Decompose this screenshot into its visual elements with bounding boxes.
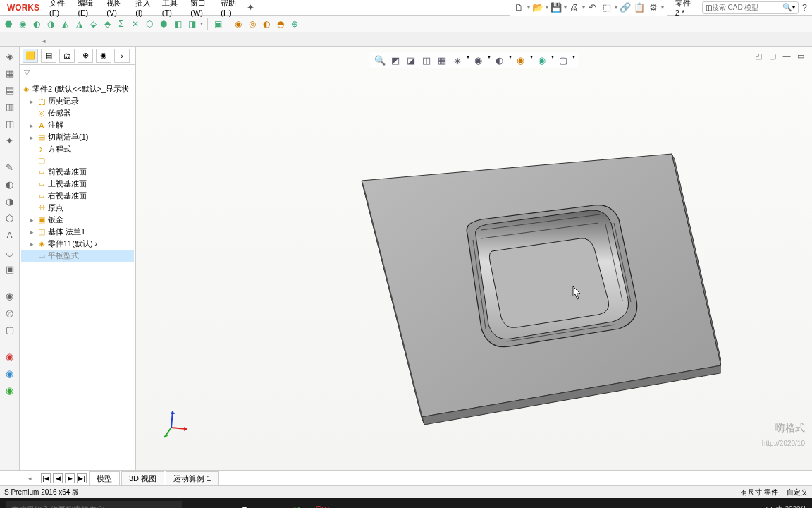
- rail-icon[interactable]: ▥: [4, 100, 16, 113]
- feature-icon[interactable]: ◎: [247, 18, 258, 30]
- view-orient-icon[interactable]: ▦: [436, 54, 448, 66]
- hide-show-icon[interactable]: ◉: [472, 54, 485, 66]
- tree-tab-dim[interactable]: ⊕: [78, 49, 93, 63]
- search-input[interactable]: [712, 4, 782, 11]
- tab-nav-next[interactable]: ▶: [65, 473, 75, 483]
- feature-icon[interactable]: ◉: [233, 18, 244, 30]
- rail-icon[interactable]: ◉: [4, 289, 16, 302]
- zoom-area-icon[interactable]: ◩: [389, 54, 402, 66]
- rail-icon[interactable]: ▦: [4, 66, 16, 79]
- tab-nav-prev[interactable]: ◀: [53, 473, 63, 483]
- solidworks-icon[interactable]: Sw: [310, 500, 334, 508]
- feature-icon[interactable]: ⊕: [289, 18, 300, 30]
- tree-item[interactable]: ▸🕮历史记录: [21, 95, 134, 107]
- tree-tab-feature[interactable]: 🟨: [23, 49, 38, 63]
- wechat-icon[interactable]: ◉: [285, 500, 309, 508]
- feature-icon[interactable]: ◑: [45, 18, 56, 30]
- tab-motion[interactable]: 运动算例 1: [166, 471, 219, 485]
- display-style-icon[interactable]: ◈: [451, 54, 464, 66]
- tree-item[interactable]: ◎传感器: [21, 107, 134, 119]
- cortana-icon[interactable]: ○: [183, 500, 207, 508]
- app-icon[interactable]: ◧: [234, 500, 258, 508]
- search-box[interactable]: ◫ 🔍▾: [702, 1, 799, 14]
- tree-root[interactable]: ◈零件2 (默认<<默认>_显示状: [21, 83, 134, 95]
- feature-tree[interactable]: ◈零件2 (默认<<默认>_显示状 ▸🕮历史记录 ◎传感器 ▸A注解 ▸▤切割清…: [20, 80, 135, 470]
- menu-window[interactable]: 窗口(W): [186, 0, 215, 18]
- rail-icon[interactable]: ▢: [4, 323, 16, 336]
- win-close-icon[interactable]: ▭: [795, 51, 806, 61]
- menu-insert[interactable]: 插入(I): [131, 0, 156, 18]
- setting-icon[interactable]: ▢: [557, 54, 570, 66]
- menu-file[interactable]: 文件(F): [45, 0, 72, 18]
- feature-icon[interactable]: ◨: [186, 18, 197, 30]
- render-icon[interactable]: ◉: [536, 54, 548, 66]
- rail-icon[interactable]: ✎: [4, 161, 16, 174]
- tree-item[interactable]: ⁜原点: [21, 202, 134, 214]
- tree-item-selected[interactable]: ▭平板型式: [21, 250, 134, 262]
- zoom-fit-icon[interactable]: 🔍: [374, 54, 386, 66]
- taskbar-search[interactable]: [6, 501, 182, 508]
- app-icon[interactable]: ●: [259, 500, 283, 508]
- feature-icon[interactable]: ⬡: [144, 18, 155, 30]
- win-min-icon[interactable]: —: [781, 51, 792, 61]
- tree-tab-config[interactable]: 🗂: [59, 49, 75, 63]
- feature-icon[interactable]: ⬘: [102, 18, 113, 30]
- system-tray[interactable]: ⋁ 中 2020/1: [766, 504, 806, 508]
- feature-icon[interactable]: ◭: [59, 18, 70, 30]
- feature-icon[interactable]: ✕: [130, 18, 141, 30]
- feature-icon[interactable]: ⬙: [87, 18, 99, 30]
- taskview-icon[interactable]: ▭: [209, 500, 233, 508]
- rail-icon[interactable]: ◉: [4, 350, 16, 363]
- appearance-icon[interactable]: ◉: [515, 54, 527, 66]
- feature-icon[interactable]: ⬢: [158, 18, 169, 30]
- options-icon[interactable]: 📋: [633, 1, 646, 13]
- rail-icon[interactable]: ◉: [4, 367, 16, 380]
- section-icon[interactable]: ◫: [420, 54, 433, 66]
- rail-icon[interactable]: A: [4, 229, 16, 241]
- menu-tools[interactable]: 工具(T): [158, 0, 185, 18]
- search-icon[interactable]: 🔍: [782, 3, 792, 12]
- tab-model[interactable]: 模型: [89, 471, 120, 485]
- feature-icon[interactable]: ◧: [172, 18, 183, 30]
- feature-icon[interactable]: ◐: [261, 18, 272, 30]
- scene-icon[interactable]: ◐: [493, 54, 506, 66]
- tree-item[interactable]: ▸◫基体 法兰1: [21, 226, 134, 238]
- tree-tab-more[interactable]: ›: [114, 49, 130, 63]
- tab-nav-last[interactable]: ▶|: [77, 473, 87, 483]
- rail-icon[interactable]: ◈: [4, 49, 16, 62]
- feature-icon[interactable]: ▣: [212, 18, 223, 30]
- rail-icon[interactable]: ◎: [4, 306, 16, 319]
- select-icon[interactable]: ⬚: [601, 1, 613, 13]
- feature-icon[interactable]: ⬣: [3, 18, 14, 30]
- graphics-viewport[interactable]: ◰ ▢ — ▭ 🔍 ◩ ◪ ◫ ▦ ◈▾ ◉▾ ◐▾ ◉▾ ◉▾ ▢▾: [136, 47, 812, 470]
- tab-nav-first[interactable]: |◀: [41, 473, 51, 483]
- tree-item[interactable]: Σ方程式: [21, 143, 134, 155]
- rail-icon[interactable]: ▣: [4, 262, 16, 275]
- rail-icon[interactable]: ⬡: [4, 212, 16, 224]
- menu-edit[interactable]: 编辑(E): [73, 0, 101, 18]
- orientation-triad[interactable]: [157, 406, 192, 442]
- tree-item[interactable]: ▸▣钣金: [21, 214, 134, 226]
- tree-tab-display[interactable]: ◉: [96, 49, 111, 63]
- menu-view[interactable]: 视图(V): [102, 0, 130, 18]
- menu-help[interactable]: 帮助(H): [216, 0, 244, 18]
- win-restore-icon[interactable]: ◰: [753, 51, 764, 61]
- feature-icon[interactable]: Σ: [116, 18, 127, 30]
- help-icon[interactable]: ?: [800, 1, 809, 14]
- tray-icon[interactable]: ⋁: [766, 506, 772, 509]
- tab-3dview[interactable]: 3D 视图: [121, 471, 164, 485]
- rail-icon[interactable]: ◡: [4, 246, 16, 258]
- tree-item[interactable]: ▸▤切割清单(1): [21, 131, 134, 143]
- tree-tab-property[interactable]: ▤: [41, 49, 56, 63]
- pin-icon[interactable]: ✦: [246, 1, 255, 14]
- tree-item[interactable]: ▱右视基准面: [21, 190, 134, 202]
- save-icon[interactable]: 💾: [550, 1, 562, 13]
- new-icon[interactable]: 🗋: [513, 1, 526, 13]
- filter-icon[interactable]: ▽: [24, 68, 30, 76]
- rail-icon[interactable]: ◉: [4, 384, 16, 397]
- rebuild-icon[interactable]: 🔗: [619, 1, 632, 13]
- win-max-icon[interactable]: ▢: [767, 51, 778, 61]
- undo-icon[interactable]: ↶: [586, 1, 599, 13]
- tree-item[interactable]: ▸◈零件11(默认) ›: [21, 238, 134, 250]
- prev-view-icon[interactable]: ◪: [405, 54, 417, 66]
